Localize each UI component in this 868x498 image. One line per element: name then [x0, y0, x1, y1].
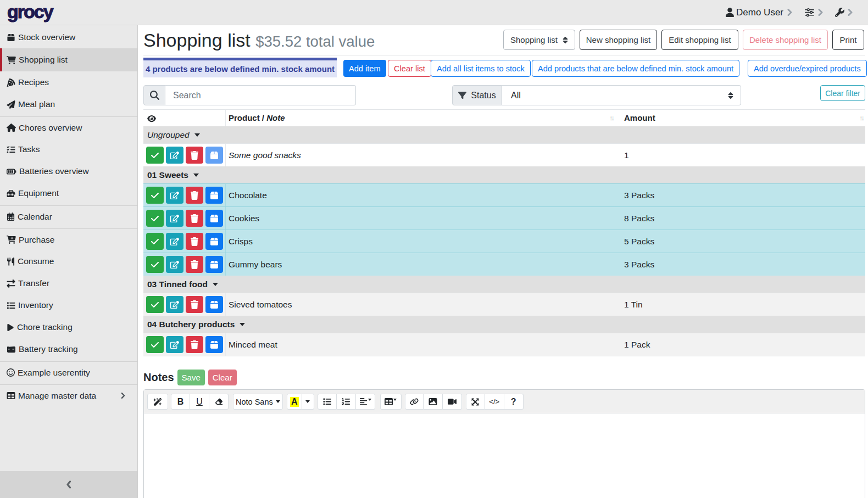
- svg-text:grocy: grocy: [7, 1, 54, 22]
